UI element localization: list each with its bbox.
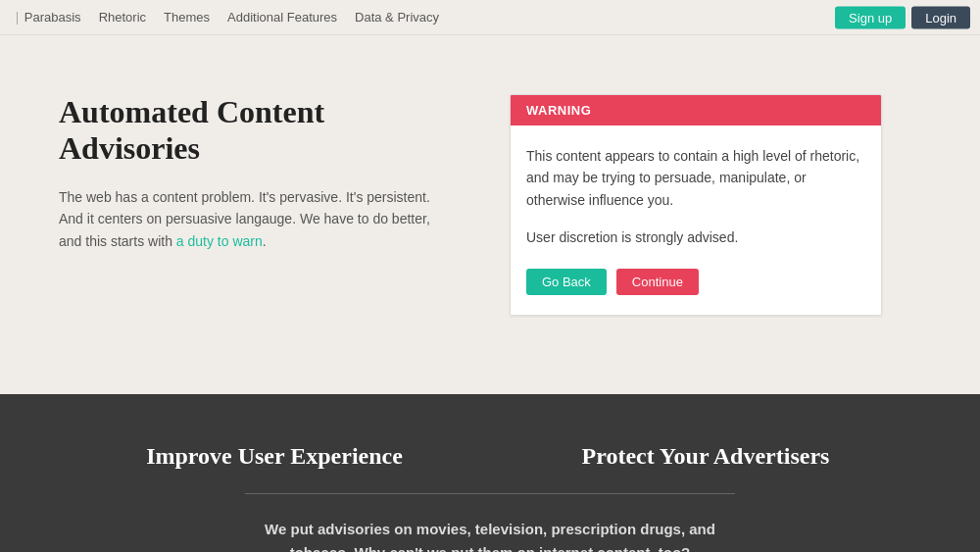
warning-card: WARNING This content appears to contain … (510, 94, 882, 316)
nav-separator: | (16, 10, 19, 25)
duty-to-warn-link[interactable]: a duty to warn (176, 233, 263, 249)
warning-body: This content appears to contain a high l… (511, 125, 881, 315)
warning-actions: Go Back Continue (526, 269, 865, 295)
footer-top: Improve User Experience Protect Your Adv… (59, 443, 921, 470)
description-end: . (263, 233, 267, 249)
nav-link-parabasis[interactable]: Parabasis (24, 10, 81, 25)
footer-body-text: We put advisories on movies, television,… (245, 518, 735, 552)
go-back-button[interactable]: Go Back (526, 269, 607, 295)
signup-button[interactable]: Sign up (835, 6, 906, 28)
nav-link-data-privacy[interactable]: Data & Privacy (355, 10, 439, 25)
warning-body-text: This content appears to contain a high l… (526, 145, 865, 211)
main-section: Automated Content Advisories The web has… (0, 35, 980, 394)
nav-link-additional-features[interactable]: Additional Features (227, 10, 337, 25)
continue-button[interactable]: Continue (616, 269, 699, 295)
discretion-text: User discretion is strongly advised. (526, 226, 865, 248)
login-button[interactable]: Login (911, 6, 970, 28)
nav-right: Sign up Login (835, 6, 970, 28)
footer-right-heading: Protect Your Advertisers (490, 443, 921, 470)
nav-left: | Parabasis Rhetoric Themes Additional F… (16, 10, 457, 25)
footer-left-heading: Improve User Experience (59, 443, 490, 470)
main-left: Automated Content Advisories The web has… (59, 94, 451, 252)
navbar: | Parabasis Rhetoric Themes Additional F… (0, 0, 980, 35)
nav-link-themes[interactable]: Themes (164, 10, 210, 25)
footer-section: Improve User Experience Protect Your Adv… (0, 394, 980, 552)
footer-col-right: Protect Your Advertisers (490, 443, 921, 470)
nav-link-rhetoric[interactable]: Rhetoric (99, 10, 146, 25)
warning-header: WARNING (511, 95, 881, 125)
footer-text-center: We put advisories on movies, television,… (59, 518, 921, 552)
page-title: Automated Content Advisories (59, 94, 451, 167)
footer-col-left: Improve User Experience (59, 443, 490, 470)
footer-divider (245, 493, 735, 494)
main-description: The web has a content problem. It's perv… (59, 186, 451, 252)
